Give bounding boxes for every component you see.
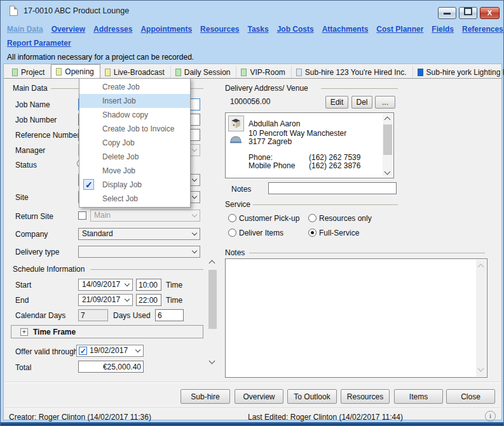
tab-subhire-123[interactable]: Sub-hire 123 You're Hired Inc. — [292, 66, 413, 78]
reference-number-label: Reference Number — [15, 131, 79, 140]
end-date-select[interactable]: 21/09/2017 — [78, 294, 133, 306]
items-button[interactable]: Items — [394, 389, 443, 404]
tab-color-icon — [12, 69, 18, 76]
expand-icon[interactable]: + — [20, 328, 28, 336]
offer-valid-checkbox[interactable] — [79, 347, 87, 355]
scroll-up-icon[interactable] — [478, 264, 484, 270]
menu-item-select-job[interactable]: Select Job — [79, 192, 190, 206]
browse-address-button[interactable]: ... — [375, 96, 395, 109]
address-card[interactable]: Abdullah Aaron 10 Pencroft Way Mancheste… — [225, 112, 394, 178]
radio-resources-only[interactable] — [308, 214, 317, 222]
delivery-type-select[interactable] — [78, 246, 200, 258]
nav-link-appointments[interactable]: Appointments — [140, 25, 192, 34]
minimize-button[interactable] — [438, 7, 456, 19]
menu-item-copy-job[interactable]: Copy Job — [79, 136, 190, 150]
end-time-input[interactable] — [136, 294, 161, 306]
address-street: 10 Pencroft Way Manchester — [249, 129, 346, 138]
menu-item-display-job[interactable]: Display Job — [79, 178, 190, 192]
tab-vip-room[interactable]: VIP-Room — [236, 66, 291, 78]
nav-link-fields[interactable]: Fields — [432, 25, 454, 34]
menu-item-shadow-copy[interactable]: Shadow copy — [79, 108, 190, 122]
scroll-down-icon[interactable] — [385, 169, 391, 175]
tab-daily-session[interactable]: Daily Session — [171, 66, 237, 78]
scroll-down-icon[interactable] — [478, 366, 484, 372]
tab-opening[interactable]: Opening — [51, 64, 100, 78]
section-schedule: Schedule Information — [13, 265, 85, 274]
scroll-up-icon[interactable] — [385, 117, 391, 123]
radio-full-service-label: Full-Service — [319, 229, 359, 237]
chevron-down-icon — [192, 194, 197, 199]
start-time-label: Time — [166, 281, 182, 290]
nav-row-1: Main Data Overview Addresses Appointment… — [7, 25, 503, 34]
nav-link-attachments[interactable]: Attachments — [322, 25, 369, 34]
window-title: 17-0010 ABC Product Lounge — [24, 6, 129, 15]
tab-subhire-york[interactable]: Sub-hire york Lighting Rental — [413, 66, 504, 78]
nav-link-cost-planner[interactable]: Cost Planner — [376, 25, 423, 34]
radio-customer-pickup[interactable] — [228, 214, 236, 222]
delete-address-button[interactable]: Del — [351, 96, 372, 109]
end-date-value: 21/09/2017 — [82, 295, 120, 304]
menu-item-create-job[interactable]: Create Job — [79, 80, 190, 94]
scroll-up-icon[interactable] — [209, 260, 215, 267]
section-service: Service — [225, 200, 250, 209]
close-button[interactable]: Close — [446, 389, 495, 404]
nav-link-main-data[interactable]: Main Data — [7, 25, 43, 34]
title-bar[interactable]: 17-0010 ABC Product Lounge X — [1, 1, 503, 20]
delivery-type-label: Delivery type — [15, 248, 59, 256]
to-outlook-button[interactable]: To Outlook — [287, 389, 337, 404]
scrollbar-thumb[interactable] — [208, 270, 217, 329]
return-site-checkbox[interactable] — [78, 211, 86, 220]
time-frame-expander[interactable]: + Time Frame — [11, 325, 203, 338]
nav-link-report-parameter[interactable]: Report Parameter — [7, 39, 71, 48]
radio-deliver-items[interactable] — [228, 229, 236, 237]
nav-link-overview[interactable]: Overview — [51, 25, 85, 34]
edit-address-button[interactable]: Edit — [325, 96, 348, 109]
tab-project[interactable]: Project — [8, 66, 51, 78]
overview-button[interactable]: Overview — [235, 389, 283, 404]
nav-link-addresses[interactable]: Addresses — [93, 25, 132, 34]
notes-scrollbar[interactable] — [476, 260, 486, 376]
company-select[interactable]: Standard — [78, 228, 200, 240]
tab-color-icon — [175, 69, 181, 76]
document-icon — [10, 6, 18, 16]
tab-label: Sub-hire york Lighting Rental — [426, 68, 504, 77]
nav-link-job-costs[interactable]: Job Costs — [277, 25, 314, 34]
start-date-value: 14/09/2017 — [82, 280, 120, 289]
mobile-label: Mobile Phone — [249, 161, 295, 170]
total-input[interactable] — [78, 361, 144, 373]
close-window-button[interactable]: X — [480, 7, 500, 19]
offer-valid-select[interactable]: 19/02/2017 — [76, 345, 144, 357]
left-panel-scrollbar[interactable] — [208, 258, 217, 366]
start-date-select[interactable]: 14/09/2017 — [78, 279, 133, 291]
radio-full-service[interactable] — [308, 229, 317, 237]
scroll-down-icon[interactable] — [209, 358, 215, 364]
tab-label: Live-Broadcast — [114, 68, 165, 77]
nav-link-references[interactable]: References — [462, 25, 503, 34]
chevron-down-icon — [125, 296, 130, 302]
resources-button[interactable]: Resources — [341, 389, 390, 404]
check-icon — [83, 179, 94, 190]
tab-color-icon — [241, 69, 247, 76]
tab-label: Project — [21, 68, 44, 77]
tab-live-broadcast[interactable]: Live-Broadcast — [100, 66, 171, 78]
sub-hire-button[interactable]: Sub-hire — [180, 389, 230, 404]
menu-item-move-job[interactable]: Move Job — [79, 164, 190, 178]
maximize-button[interactable] — [459, 7, 477, 19]
info-icon[interactable]: i — [485, 411, 496, 422]
menu-item-create-job-to-invoice[interactable]: Create Job to Invoice — [79, 122, 190, 136]
scrollbar-thumb[interactable] — [383, 124, 392, 155]
nav-link-tasks[interactable]: Tasks — [247, 25, 268, 34]
address-scrollbar[interactable] — [383, 114, 393, 177]
notes-textarea[interactable] — [225, 258, 487, 378]
nav-link-resources[interactable]: Resources — [200, 25, 239, 34]
tab-color-icon — [56, 68, 62, 76]
delivery-notes-input[interactable] — [268, 182, 397, 194]
end-label: End — [15, 296, 29, 305]
start-time-input[interactable] — [136, 279, 161, 291]
menu-item-insert-job[interactable]: Insert Job — [79, 94, 190, 108]
status-label: Status — [15, 161, 37, 170]
return-site-label: Return Site — [15, 212, 53, 221]
return-site-select[interactable]: Main — [90, 210, 200, 222]
days-used-input[interactable] — [155, 309, 184, 321]
menu-item-delete-job[interactable]: Delete Job — [79, 150, 190, 164]
